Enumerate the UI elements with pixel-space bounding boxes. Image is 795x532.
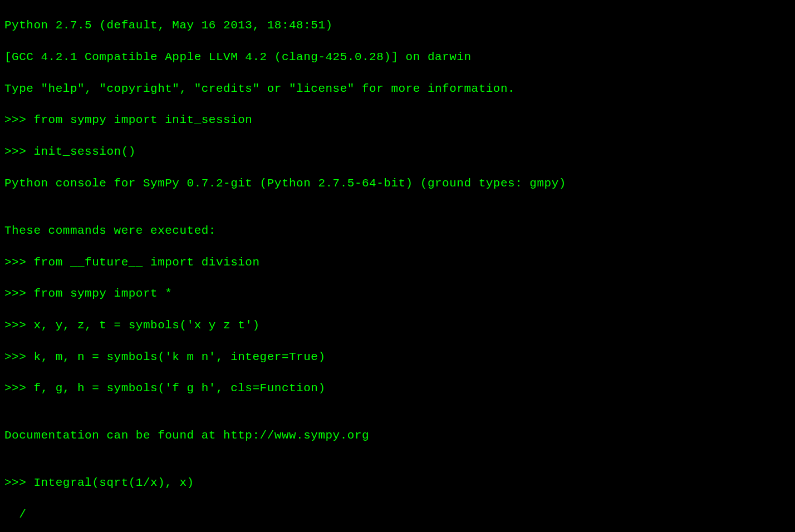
terminal-line: >>> init_session()	[4, 144, 791, 160]
terminal-line: Documentation can be found at http://www…	[4, 428, 791, 444]
terminal-line: [GCC 4.2.1 Compatible Apple LLVM 4.2 (cl…	[4, 50, 791, 65]
terminal-line: These commands were executed:	[4, 223, 791, 239]
terminal-line: >>> from sympy import *	[4, 286, 791, 302]
terminal-line: >>> x, y, z, t = symbols('x y z t')	[4, 318, 791, 333]
terminal-line: Type "help", "copyright", "credits" or "…	[4, 81, 791, 97]
terminal-line: >>> from __future__ import division	[4, 255, 791, 270]
terminal-output[interactable]: Python 2.7.5 (default, May 16 2013, 18:4…	[4, 2, 791, 532]
terminal-line: Python console for SymPy 0.7.2-git (Pyth…	[4, 176, 791, 191]
terminal-line: /	[4, 507, 791, 523]
terminal-line: >>> from sympy import init_session	[4, 112, 791, 128]
terminal-line: Python 2.7.5 (default, May 16 2013, 18:4…	[4, 18, 791, 33]
terminal-line: >>> Integral(sqrt(1/x), x)	[4, 475, 791, 491]
terminal-line: >>> k, m, n = symbols('k m n', integer=T…	[4, 349, 791, 365]
terminal-line: >>> f, g, h = symbols('f g h', cls=Funct…	[4, 381, 791, 396]
